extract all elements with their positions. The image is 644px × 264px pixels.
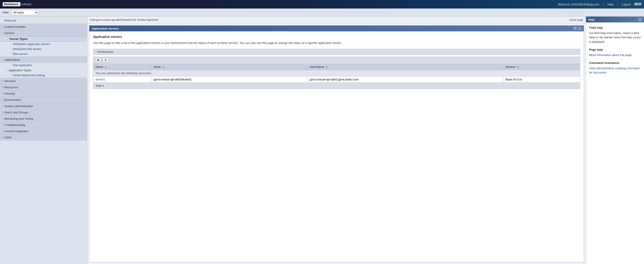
toolbar-move-btn[interactable]: ✥	[95, 58, 101, 63]
expand-icon: +	[2, 124, 4, 126]
right-content: Close page Cell=gzns-scloud-api-db02Node…	[87, 17, 586, 264]
header-right: Welcome 1045298240@qq.com | Help | Logou…	[558, 2, 641, 6]
view-label: View:	[2, 11, 10, 14]
cell-hostname: gzns-scloud-api-db02.gzns.baidu.com	[307, 76, 504, 83]
nav-service-integration[interactable]: + Service integration	[0, 128, 87, 134]
view-select[interactable]: All tasks	[11, 10, 38, 15]
nav-system-admin[interactable]: + System administration	[0, 103, 87, 109]
ibm-logo: IBM	[634, 2, 641, 6]
table-admin-row: You can administer the following resourc…	[93, 70, 580, 76]
nav-web-servers[interactable]: – Web servers	[0, 52, 87, 57]
nav-new-application[interactable]: – New Application	[0, 63, 87, 68]
expand-icon: −	[2, 59, 4, 61]
sort-icon: ⇅	[326, 66, 328, 68]
page-help-section: Page help More information about this pa…	[589, 48, 641, 57]
command-assistance-title: Command Assistance	[589, 61, 641, 65]
nav-environment[interactable]: + Environment	[0, 97, 87, 103]
nav-server-types[interactable]: − Server Types	[1, 36, 86, 42]
help-minimize-btn[interactable]: –	[638, 18, 642, 21]
content-panel: Application servers ? – Application serv…	[89, 25, 584, 262]
sort-icon: ⇅	[517, 66, 519, 68]
expand-icon: +	[2, 80, 4, 82]
bullet-icon: –	[2, 19, 4, 22]
nav-users-groups[interactable]: + Users and Groups	[0, 109, 87, 115]
sort-icon: ⇅	[162, 66, 164, 68]
nav-security[interactable]: + Security	[0, 90, 87, 97]
panel-title: Application servers	[92, 27, 119, 30]
logo-area: WebSphere. software	[3, 2, 32, 6]
bullet-icon: –	[11, 43, 12, 46]
breadcrumb-bar: Close page Cell=gzns-scloud-api-db02Node…	[87, 17, 586, 24]
nav-monitoring[interactable]: + Monitoring and Tuning	[0, 115, 87, 122]
command-assistance-link[interactable]: View administrative scripting command fo…	[589, 67, 639, 74]
panel-title-bar: Application servers ? –	[89, 26, 584, 31]
panel-heading: Application servers	[93, 35, 580, 39]
expand-icon: +	[2, 130, 4, 132]
main-right-layout: Close page Cell=gzns-scloud-api-db02Node…	[87, 17, 644, 264]
cell-node: gzns-scloud-api-db02Node01	[151, 76, 307, 83]
expand-icon: +	[2, 86, 4, 89]
left-nav: – Welcome + Guided Activities − Servers …	[0, 17, 87, 264]
col-name[interactable]: Name ⇅	[93, 64, 151, 70]
close-page-link[interactable]: Close page	[570, 18, 583, 22]
server-link[interactable]: server1	[96, 78, 105, 81]
nav-global-deployment[interactable]: – Global deployment settings	[0, 73, 87, 78]
nav-services[interactable]: + Services	[0, 78, 87, 84]
expand-icon: +	[6, 69, 8, 72]
nav-uddi[interactable]: + UDDI	[0, 134, 87, 141]
panel-minimize-btn[interactable]: –	[578, 27, 582, 30]
header-divider2: |	[617, 2, 618, 6]
main-layout: – Welcome + Guided Activities − Servers …	[0, 17, 644, 264]
expand-icon: +	[2, 92, 4, 95]
websphere-logo: WebSphere.	[3, 2, 20, 6]
top-header: WebSphere. software Welcome 1045298240@q…	[0, 0, 644, 9]
breadcrumb: Cell=gzns-scloud-api-db02Node01Cell, Pro…	[90, 18, 158, 22]
field-help-text: For field help information, select a fie…	[589, 31, 641, 44]
help-link[interactable]: Help	[608, 3, 614, 6]
nav-websphere-mq-servers[interactable]: – WebSphere MQ servers	[0, 47, 87, 52]
nav-troubleshooting[interactable]: + Troubleshooting	[0, 122, 87, 128]
preferences-bar[interactable]: + Preferences	[93, 49, 580, 55]
preferences-label: Preferences	[98, 50, 113, 54]
nav-application-types[interactable]: + Application Types	[0, 68, 87, 73]
logout-link[interactable]: Logout	[622, 3, 630, 6]
sort-icon: ⇅	[105, 66, 106, 68]
expand-icon: +	[2, 26, 4, 28]
panel-help-btn[interactable]: ?	[573, 27, 577, 30]
expand-icon: −	[2, 32, 4, 34]
table-row: server1 gzns-scloud-api-db02Node01 gzns-…	[93, 76, 580, 83]
expand-icon: +	[2, 136, 4, 139]
toolbar-refresh-btn[interactable]: ↻	[102, 58, 109, 63]
col-version[interactable]: Version ⇅	[504, 64, 580, 70]
page-help-link[interactable]: More information about this page	[589, 53, 632, 57]
nav-websphere-app-servers[interactable]: – WebSphere application servers	[0, 42, 87, 47]
preferences-expand-icon: +	[96, 51, 97, 53]
expand-icon: −	[8, 38, 9, 40]
field-help-title: Field help	[589, 26, 641, 30]
nav-servers[interactable]: − Servers	[0, 30, 87, 36]
panel-description: Use this page to view a list of the appl…	[93, 41, 580, 45]
cell-name: server1	[93, 76, 151, 83]
help-content: Field help For field help information, s…	[586, 23, 644, 82]
table-header-row: Name ⇅ Node ⇅ Host Name ⇅	[93, 64, 580, 70]
col-hostname[interactable]: Host Name ⇅	[307, 64, 504, 70]
total-cell: Total 1	[93, 83, 580, 89]
help-panel: Help – Field help For field help informa…	[586, 17, 644, 264]
nav-welcome[interactable]: – Welcome	[0, 18, 87, 24]
expand-icon: +	[2, 111, 4, 114]
col-node[interactable]: Node ⇅	[151, 64, 307, 70]
view-bar: View: All tasks	[0, 9, 644, 17]
nav-resources[interactable]: + Resources	[0, 84, 87, 90]
bullet-icon: –	[11, 64, 12, 67]
page-help-title: Page help	[589, 48, 641, 52]
help-title: Help	[588, 18, 594, 21]
panel-title-icons: ? –	[573, 27, 582, 30]
nav-applications[interactable]: − Applications	[0, 57, 87, 63]
software-label: software	[21, 3, 31, 6]
bullet-icon: –	[11, 74, 12, 77]
command-assistance-section: Command Assistance View administrative s…	[589, 61, 641, 75]
nav-guided-activities[interactable]: + Guided Activities	[0, 24, 87, 30]
help-title-bar: Help –	[586, 17, 644, 23]
panel-content: Application servers Use this page to vie…	[89, 31, 584, 93]
bullet-icon: –	[11, 53, 12, 55]
